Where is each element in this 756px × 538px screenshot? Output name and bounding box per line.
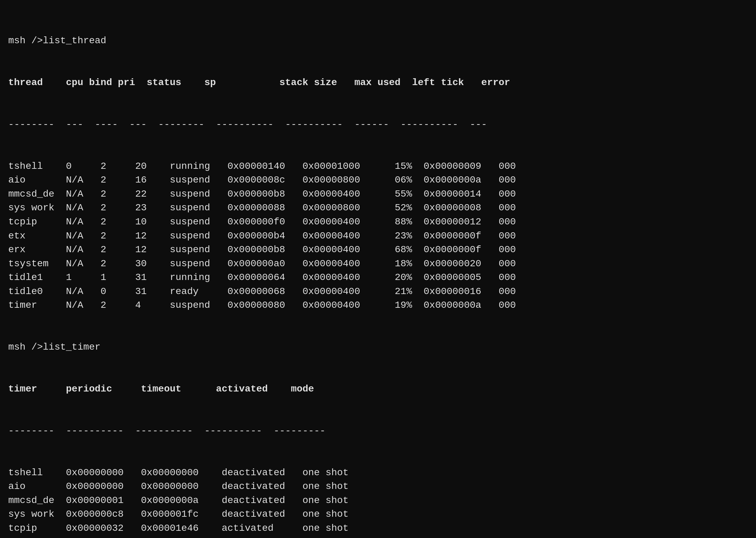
- terminal-output: msh />list_thread thread cpu bind pri st…: [8, 6, 748, 538]
- thread-rows-container: tshell 0 2 20 running 0x00000140 0x00001…: [8, 160, 748, 313]
- table-row: mmcsd_de 0x00000001 0x0000000a deactivat…: [8, 494, 748, 508]
- thread-table-separator: -------- --- ---- --- -------- ---------…: [8, 118, 748, 132]
- table-row: tcpip 0x00000032 0x00001e46 activated on…: [8, 522, 748, 536]
- table-row: tsystem N/A 2 30 suspend 0x000000a0 0x00…: [8, 257, 748, 271]
- table-row: mmcsd_de N/A 2 22 suspend 0x000000b8 0x0…: [8, 187, 748, 201]
- table-row: etx 0x00000000 0x00000000 deactivated on…: [8, 536, 748, 538]
- table-row: erx N/A 2 12 suspend 0x000000b8 0x000004…: [8, 243, 748, 257]
- timer-rows-container: tshell 0x00000000 0x00000000 deactivated…: [8, 466, 748, 538]
- table-row: tshell 0x00000000 0x00000000 deactivated…: [8, 466, 748, 480]
- thread-table-header: thread cpu bind pri status sp stack size…: [8, 76, 748, 90]
- table-row: aio 0x00000000 0x00000000 deactivated on…: [8, 480, 748, 494]
- table-row: timer N/A 2 4 suspend 0x00000080 0x00000…: [8, 299, 748, 313]
- table-row: aio N/A 2 16 suspend 0x0000008c 0x000008…: [8, 173, 748, 187]
- command-line-2: msh />list_timer: [8, 340, 748, 354]
- table-row: tidle0 N/A 0 31 ready 0x00000068 0x00000…: [8, 285, 748, 299]
- table-row: tidle1 1 1 31 running 0x00000064 0x00000…: [8, 271, 748, 285]
- timer-table-header: timer periodic timeout activated mode: [8, 382, 748, 396]
- table-row: sys work N/A 2 23 suspend 0x00000088 0x0…: [8, 201, 748, 215]
- timer-table-separator: -------- ---------- ---------- ---------…: [8, 424, 748, 438]
- command-line-1: msh />list_thread: [8, 34, 748, 48]
- table-row: tcpip N/A 2 10 suspend 0x000000f0 0x0000…: [8, 215, 748, 229]
- table-row: tshell 0 2 20 running 0x00000140 0x00001…: [8, 160, 748, 174]
- table-row: etx N/A 2 12 suspend 0x000000b4 0x000004…: [8, 229, 748, 243]
- table-row: sys work 0x000000c8 0x000001fc deactivat…: [8, 507, 748, 522]
